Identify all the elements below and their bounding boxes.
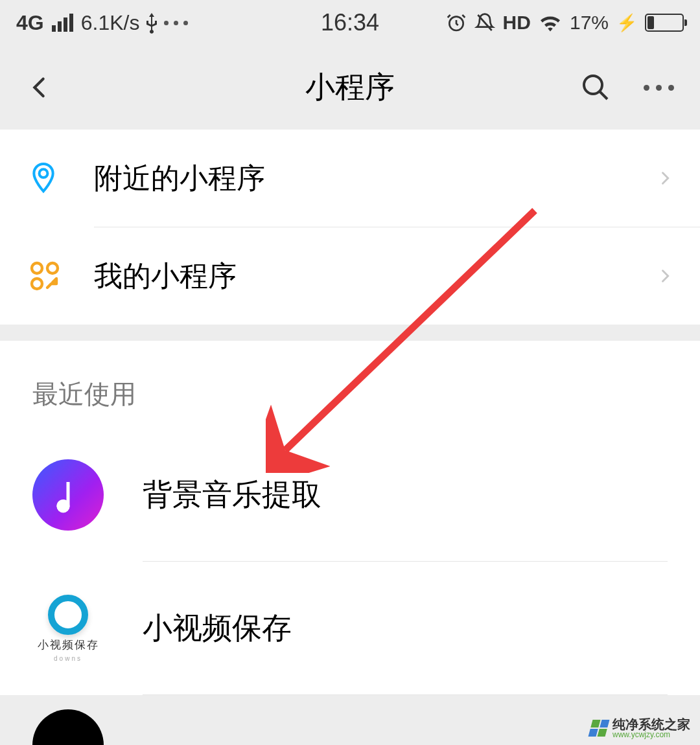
- recent-section: 最近使用 背景音乐提取 小视频保存 downs 小视频保存: [0, 341, 700, 695]
- page-title: 小程序: [305, 67, 395, 108]
- mute-icon: [474, 12, 495, 33]
- network-type: 4G: [16, 11, 44, 35]
- back-button[interactable]: [26, 74, 52, 100]
- alarm-icon: [446, 12, 467, 33]
- app-label: 小视频保存: [143, 608, 292, 648]
- status-bar: 4G 6.1K/s 16:34 HD 17% ⚡: [0, 0, 700, 45]
- status-right: HD 17% ⚡: [446, 12, 684, 34]
- nearby-label: 附近的小程序: [88, 159, 656, 198]
- nav-header: 小程序: [0, 45, 700, 130]
- hd-indicator: HD: [503, 12, 531, 34]
- watermark-text: 纯净系统之家: [612, 718, 690, 731]
- app-item-music-extract[interactable]: 背景音乐提取: [0, 428, 700, 561]
- svg-point-5: [32, 279, 42, 289]
- my-miniprograms-item[interactable]: 我的小程序: [0, 227, 700, 325]
- video-app-icon: 小视频保存 downs: [32, 593, 104, 664]
- grid-icon: [29, 260, 60, 292]
- more-dots-status: [164, 21, 188, 25]
- watermark-url: www.ycwjzy.com: [612, 731, 690, 739]
- charging-icon: ⚡: [616, 13, 637, 33]
- status-time: 16:34: [321, 9, 379, 36]
- svg-point-6: [57, 499, 70, 512]
- mine-label: 我的小程序: [88, 257, 656, 295]
- search-button[interactable]: [580, 72, 611, 103]
- watermark: 纯净系统之家 www.ycwjzy.com: [590, 718, 690, 739]
- battery-icon: [645, 14, 684, 32]
- signal-icon: [52, 14, 73, 32]
- status-left: 4G 6.1K/s: [16, 11, 188, 35]
- svg-point-1: [584, 76, 602, 94]
- network-speed: 6.1K/s: [81, 11, 140, 35]
- svg-point-4: [47, 263, 58, 273]
- app-label: 背景音乐提取: [143, 475, 321, 515]
- section-gap: [0, 325, 700, 341]
- divider: [143, 694, 668, 695]
- nearby-miniprograms-item[interactable]: 附近的小程序: [0, 130, 700, 227]
- usb-icon: [145, 12, 159, 34]
- music-app-icon: [32, 459, 104, 531]
- battery-percent: 17%: [570, 12, 609, 34]
- recent-header: 最近使用: [0, 341, 700, 428]
- svg-point-3: [32, 263, 42, 273]
- app-item-video-save[interactable]: 小视频保存 downs 小视频保存: [0, 562, 700, 694]
- chevron-right-icon: [656, 165, 674, 191]
- location-icon: [29, 161, 58, 195]
- watermark-logo-icon: [589, 720, 610, 737]
- svg-point-2: [40, 169, 48, 178]
- more-button[interactable]: [644, 85, 674, 91]
- menu-section: 附近的小程序 我的小程序: [0, 130, 700, 325]
- wifi-icon: [539, 14, 562, 32]
- app-item-partial[interactable]: [32, 709, 104, 745]
- chevron-right-icon: [656, 263, 674, 289]
